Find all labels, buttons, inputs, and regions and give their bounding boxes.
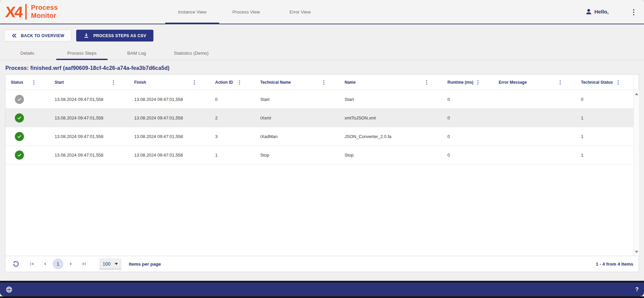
column-header-start[interactable]: Start⋮ (49, 75, 129, 90)
column-menu-icon[interactable]: ⋮ (237, 80, 255, 85)
sub-tab-process-steps[interactable]: Process Steps (55, 46, 109, 60)
main-tab-process-view[interactable]: Process View (219, 0, 273, 24)
cell-technical-name: iXadMan (255, 134, 339, 139)
table-row[interactable]: 13.08.2024 09:47:01,55813.08.2024 09:47:… (5, 109, 634, 127)
process-steps-csv-button[interactable]: PROCESS STEPS AS CSV (76, 30, 153, 42)
cell-action-id: 2 (210, 115, 255, 120)
cell-technical-status: 1 (576, 115, 634, 120)
column-header-runtime-ms[interactable]: Runtime (ms)⋮ (442, 75, 493, 90)
process-title: Process: finished.wrf (aaf90609-18cf-4c2… (5, 65, 639, 71)
column-label: Finish (134, 80, 146, 85)
scroll-up-icon[interactable] (635, 93, 638, 95)
column-header-name[interactable]: Name⋮ (339, 75, 442, 90)
next-page-button[interactable] (66, 259, 76, 269)
back-button-label: BACK TO OVERVIEW (21, 33, 64, 38)
help-button[interactable]: ? (635, 287, 639, 293)
cell-technical-name: iXxml (255, 115, 339, 120)
cell-runtime: 0 (442, 97, 493, 102)
cell-action-id: 0 (210, 97, 255, 102)
status-cell (5, 151, 49, 160)
page-number-button[interactable]: 1 (53, 259, 63, 269)
column-menu-icon[interactable]: ⋮ (111, 80, 129, 85)
column-menu-icon[interactable]: ⋮ (424, 80, 442, 85)
cell-action-id: 3 (210, 134, 255, 139)
cell-finish: 13.08.2024 09:47:01,558 (129, 134, 210, 139)
page-size-select[interactable]: 100 (99, 259, 121, 269)
status-cell (5, 113, 49, 123)
sub-tab-statistics-demo[interactable]: Statistics (Demo) (164, 46, 218, 60)
double-chevron-left-icon (11, 33, 17, 38)
column-menu-icon[interactable]: ⋮ (616, 80, 634, 85)
refresh-button[interactable] (11, 259, 21, 269)
greeting-text: Hello, (594, 9, 609, 15)
column-header-status[interactable]: Status⋮ (5, 75, 49, 90)
cell-start: 13.08.2024 09:47:01,558 (49, 134, 129, 139)
table-row[interactable]: 13.08.2024 09:47:01,55813.08.2024 09:47:… (5, 90, 634, 109)
main-tab-error-view[interactable]: Error View (273, 0, 327, 24)
last-page-button[interactable] (79, 259, 89, 269)
grid-header-row: Status⋮Start⋮Finish⋮Action ID⋮Technical … (5, 75, 639, 90)
scroll-down-icon[interactable] (635, 251, 638, 253)
person-icon (585, 8, 592, 16)
column-label: Status (11, 80, 23, 85)
cell-name: Start (339, 97, 442, 102)
cell-technical-status: 1 (576, 134, 634, 139)
column-menu-icon[interactable]: ⋮ (192, 80, 210, 85)
page-size-value: 100 (103, 261, 110, 267)
download-icon (83, 33, 89, 39)
globe-icon[interactable] (5, 286, 13, 293)
column-label: Action ID (215, 80, 233, 85)
vertical-scrollbar[interactable] (634, 90, 639, 256)
items-per-page-label: Items per page (129, 262, 161, 267)
app-window: X4 Process Monitor Instance ViewProcess … (0, 0, 644, 298)
cell-name: Stop (339, 153, 442, 158)
main-tab-instance-view[interactable]: Instance View (165, 0, 219, 24)
column-header-error-message[interactable]: Error Message⋮ (493, 75, 576, 90)
csv-button-label: PROCESS STEPS AS CSV (93, 33, 146, 38)
column-menu-icon[interactable]: ⋮ (558, 80, 576, 85)
column-header-technical-name[interactable]: Technical Name⋮ (255, 75, 339, 90)
cell-finish: 13.08.2024 09:47:01,558 (129, 115, 210, 120)
column-menu-icon[interactable]: ⋮ (31, 80, 49, 85)
pager-bar: 1 100 Items per page 1 - 4 from 4 Items (5, 256, 639, 272)
brand: X4 Process Monitor (0, 4, 58, 20)
column-label: Runtime (ms) (447, 80, 473, 85)
column-header-technical-status[interactable]: Technical Status⋮ (576, 75, 634, 90)
footer-gap (0, 272, 644, 281)
window-bottom-edge (0, 296, 644, 298)
chevron-down-icon (115, 263, 118, 265)
cell-start: 13.08.2024 09:47:01,558 (49, 115, 129, 120)
cell-finish: 13.08.2024 09:47:01,558 (129, 97, 210, 102)
column-menu-icon[interactable]: ⋮ (321, 80, 339, 85)
x4-logo: X4 (5, 4, 22, 20)
main-tab-bar: Instance ViewProcess ViewError View (165, 0, 327, 24)
previous-page-button[interactable] (40, 259, 50, 269)
check-circle-icon (15, 95, 24, 104)
table-row[interactable]: 13.08.2024 09:47:01,55813.08.2024 09:47:… (5, 146, 634, 164)
product-name-line2: Monitor (31, 12, 58, 20)
cell-action-id: 1 (210, 153, 255, 158)
detail-tab-bar: DetailsProcess StepsBAM LogStatistics (D… (0, 46, 644, 60)
back-to-overview-button[interactable]: BACK TO OVERVIEW (4, 30, 71, 42)
column-label: Start (55, 80, 64, 85)
cell-start: 13.08.2024 09:47:01,558 (49, 97, 129, 102)
table-row[interactable]: 13.08.2024 09:47:01,55813.08.2024 09:47:… (5, 127, 634, 146)
check-circle-icon (15, 151, 24, 160)
cell-technical-status: 0 (576, 97, 634, 102)
grid-rows: 13.08.2024 09:47:01,55813.08.2024 09:47:… (5, 90, 634, 256)
sub-tab-details[interactable]: Details (0, 46, 55, 60)
cell-runtime: 0 (442, 134, 493, 139)
column-menu-icon[interactable]: ⋮ (475, 80, 493, 85)
first-page-button[interactable] (27, 259, 37, 269)
grid-header-spacer (634, 75, 639, 90)
column-header-action-id[interactable]: Action ID⋮ (210, 75, 255, 90)
product-name-line1: Process (31, 4, 58, 12)
header-kebab-menu[interactable]: ⋮ (628, 7, 639, 17)
column-header-finish[interactable]: Finish⋮ (129, 75, 210, 90)
cell-start: 13.08.2024 09:47:01,558 (49, 153, 129, 158)
brand-divider (25, 4, 27, 20)
column-label: Technical Status (581, 80, 613, 85)
process-steps-grid: Status⋮Start⋮Finish⋮Action ID⋮Technical … (5, 74, 639, 272)
sub-tab-bam-log[interactable]: BAM Log (109, 46, 164, 60)
user-menu[interactable]: Hello, (585, 8, 609, 16)
